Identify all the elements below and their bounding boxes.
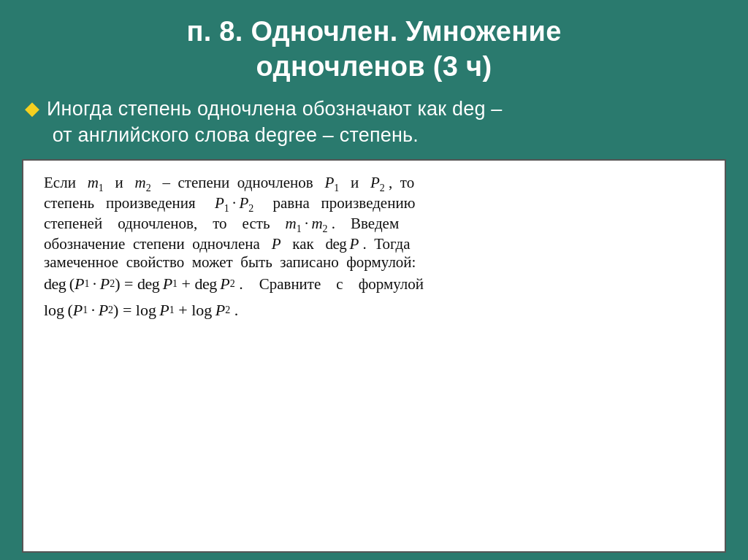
slide-title: п. 8. Одночлен. Умножение одночленов (3 … [186,15,561,84]
slide: п. 8. Одночлен. Умножение одночленов (3 … [0,0,748,560]
diamond-icon: ◆ [25,97,39,120]
bullet-item: ◆ Иногда степень одночлена обозначают ка… [22,96,726,149]
bullet-text: Иногда степень одночлена обозначают как … [47,96,723,149]
theorem-line-2: степень произведения P1 · P2 равна произ… [44,194,704,215]
formula-log: log (P1 · P2) = log P1 + log P2 . [44,301,704,320]
theorem-line-4: обозначение степени одночлена P как deg … [44,235,704,253]
formula-deg: deg (P1 · P2) = deg P1 + deg P2 . Сравни… [44,275,704,294]
theorem-line-3: степеней одночленов, то есть m1 · m2 . В… [44,215,704,235]
theorem-box: Если m1 и m2 – степени одночленов P1 и P… [22,159,726,553]
theorem-line-5: замеченное свойство может быть записано … [44,253,704,272]
theorem-line-1: Если m1 и m2 – степени одночленов P1 и P… [44,174,704,194]
